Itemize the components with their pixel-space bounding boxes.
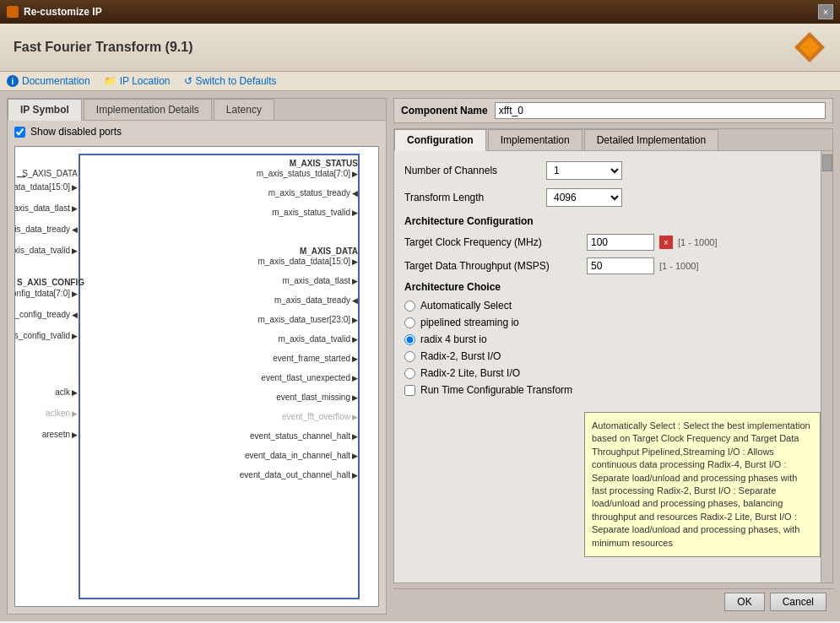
- port-m-axis-data-tuser: m_axis_data_tuser[23:0]▶: [257, 315, 358, 324]
- left-panel: IP Symbol Implementation Details Latency…: [7, 98, 387, 615]
- dialog-title: Fast Fourier Transform (9.1): [14, 40, 193, 55]
- run-time-label[interactable]: Run Time Configurable Transform: [420, 384, 572, 396]
- refresh-icon: ↺: [184, 75, 192, 87]
- port-s-axis-data-tlast: s_axis_data_tlast▶: [15, 203, 78, 213]
- num-channels-group: Number of Channels 1248: [404, 161, 810, 180]
- radio-radix2burst-label[interactable]: Radix-2, Burst I/O: [420, 350, 501, 362]
- config-content: Number of Channels 1248 Transform Length…: [394, 151, 821, 582]
- radio-radix2burst-input[interactable]: [404, 351, 415, 362]
- right-panel: Component Name Configuration Implementat…: [393, 98, 833, 615]
- target-clock-clear-button[interactable]: ×: [659, 236, 673, 249]
- documentation-link[interactable]: i Documentation: [7, 75, 90, 87]
- port-event-data-in-halt: event_data_in_channel_halt▶: [245, 451, 358, 460]
- tab-implementation-details[interactable]: Implementation Details: [84, 99, 212, 120]
- port-aclk: aclk▶: [15, 387, 78, 397]
- port-s-axis-data-tdata: s_axis_data_tdata[15:0]▶: [15, 182, 78, 192]
- port-m-axis-data-tlast: m_axis_data_tlast▶: [282, 276, 358, 285]
- config-ports-container: s_axis_config_tdata[7:0]▶ s_axis_config_…: [15, 289, 78, 340]
- radio-pipelined-input[interactable]: [404, 317, 415, 328]
- ok-button[interactable]: OK: [724, 593, 764, 611]
- target-clock-range: [1 - 1000]: [678, 237, 717, 247]
- toolbar: i Documentation 📁 IP Location ↺ Switch t…: [0, 72, 840, 91]
- component-name-input[interactable]: [495, 102, 826, 119]
- port-aresetn: aresetn▶: [15, 430, 78, 439]
- ip-location-link[interactable]: 📁 IP Location: [104, 75, 171, 87]
- radio-radix2lite-label[interactable]: Radix-2 Lite, Burst I/O: [420, 367, 520, 379]
- config-tab-detailed-implementation[interactable]: Detailed Implementation: [584, 129, 718, 150]
- target-throughput-input[interactable]: [587, 257, 654, 274]
- component-name-label: Component Name: [401, 105, 488, 116]
- tooltip-text: Automatically Select : Select the best i…: [592, 420, 810, 548]
- port-s-axis-config-tvalid: s_axis_config_tvalid▶: [15, 331, 78, 340]
- config-panel: Configuration Implementation Detailed Im…: [393, 128, 833, 583]
- right-ports-container: m_axis_status_tdata[7:0]▶ m_axis_status_…: [257, 169, 358, 217]
- app-icon: [7, 6, 19, 18]
- run-time-checkbox[interactable]: [404, 385, 415, 396]
- scrollbar[interactable]: [821, 151, 832, 582]
- tab-latency[interactable]: Latency: [214, 99, 274, 120]
- port-m-axis-status-tready: m_axis_status_tready◀: [268, 188, 358, 198]
- switch-defaults-link[interactable]: ↺ Switch to Defaults: [184, 75, 277, 87]
- s-axis-config-label: S_AXIS_CONFIG: [17, 278, 78, 287]
- target-throughput-row: Target Data Throughput (MSPS) [1 - 1000]: [404, 257, 810, 274]
- port-event-frame-started: event_frame_started▶: [273, 354, 358, 363]
- transform-length-group: Transform Length 64128256512 10242048409…: [404, 188, 810, 207]
- show-disabled-ports-checkbox[interactable]: [14, 127, 25, 138]
- port-event-status-halt: event_status_channel_halt▶: [250, 431, 358, 441]
- left-ports-container: s_axis_data_tdata[15:0]▶ s_axis_data_tla…: [15, 182, 78, 255]
- info-icon: i: [7, 75, 19, 87]
- title-bar: Re-customize IP ×: [0, 0, 840, 24]
- scrollbar-thumb[interactable]: [822, 154, 832, 171]
- num-channels-label: Number of Channels: [404, 165, 539, 176]
- target-throughput-range: [1 - 1000]: [659, 261, 698, 271]
- radio-pipelined-label[interactable]: pipelined streaming io: [420, 317, 519, 328]
- main-content: IP Symbol Implementation Details Latency…: [0, 91, 840, 621]
- radio-radix4-input[interactable]: [404, 334, 415, 345]
- show-disabled-ports-label[interactable]: Show disabled ports: [30, 126, 122, 138]
- port-event-tlast-unexpected: event_tlast_unexpected▶: [261, 373, 358, 382]
- port-event-fft-overflow: event_fft_overflow▶: [282, 412, 358, 421]
- arch-config-title: Architecture Configuration: [404, 215, 810, 227]
- arch-choice-section: Automatically Select pipelined streaming…: [404, 300, 810, 379]
- port-s-axis-config-tdata: s_axis_config_tdata[7:0]▶: [15, 289, 78, 298]
- radio-auto-label[interactable]: Automatically Select: [420, 300, 512, 312]
- target-clock-row: Target Clock Frequency (MHz) × [1 - 1000…: [404, 234, 810, 251]
- run-time-row: Run Time Configurable Transform: [404, 384, 810, 396]
- target-clock-label: Target Clock Frequency (MHz): [404, 236, 582, 248]
- target-clock-input[interactable]: [587, 234, 654, 251]
- s-axis-data-label: S_AXIS_DATA: [17, 169, 78, 178]
- clock-ports-container: aclk▶ aclken▶ aresetn▶: [15, 387, 78, 439]
- left-tabs: IP Symbol Implementation Details Latency: [8, 99, 386, 121]
- port-aclken: aclken▶: [15, 409, 78, 418]
- port-event-tlast-missing: event_tlast_missing▶: [276, 393, 358, 402]
- window-title: Re-customize IP: [24, 6, 102, 18]
- config-tabs: Configuration Implementation Detailed Im…: [394, 129, 832, 151]
- radio-radix4: radix 4 burst io: [404, 333, 810, 345]
- tab-ip-symbol[interactable]: IP Symbol: [8, 99, 82, 121]
- m-axis-data-ports-container: m_axis_data_tdata[15:0]▶ m_axis_data_tla…: [240, 257, 358, 479]
- radio-radix2-burst: Radix-2, Burst I/O: [404, 350, 810, 362]
- component-name-row: Component Name: [393, 98, 833, 123]
- num-channels-select[interactable]: 1248: [546, 161, 622, 180]
- port-m-axis-data-tready: m_axis_data_tready◀: [274, 295, 358, 305]
- transform-length-select[interactable]: 64128256512 102420484096 819216384327686…: [546, 188, 622, 207]
- radio-radix2lite-input[interactable]: [404, 368, 415, 379]
- port-m-axis-status-tdata: m_axis_status_tdata[7:0]▶: [257, 169, 358, 178]
- xilinx-logo: [793, 30, 826, 64]
- folder-icon: 📁: [104, 75, 117, 87]
- radio-pipelined: pipelined streaming io: [404, 317, 810, 328]
- cancel-button[interactable]: Cancel: [770, 593, 826, 611]
- close-button[interactable]: ×: [818, 4, 833, 19]
- port-event-data-out-halt: event_data_out_channel_halt▶: [240, 470, 358, 479]
- footer: OK Cancel: [393, 588, 833, 615]
- radio-auto: Automatically Select: [404, 300, 810, 312]
- transform-length-label: Transform Length: [404, 192, 539, 203]
- port-s-axis-config-tready: s_axis_config_tready◀: [15, 310, 78, 319]
- config-tab-configuration[interactable]: Configuration: [394, 129, 486, 151]
- radio-auto-input[interactable]: [404, 301, 415, 312]
- config-body: Number of Channels 1248 Transform Length…: [394, 151, 832, 582]
- show-disabled-ports-row: Show disabled ports: [8, 121, 386, 143]
- radio-radix4-label[interactable]: radix 4 burst io: [420, 333, 487, 345]
- config-tab-implementation[interactable]: Implementation: [488, 129, 583, 150]
- radio-radix2-lite: Radix-2 Lite, Burst I/O: [404, 367, 810, 379]
